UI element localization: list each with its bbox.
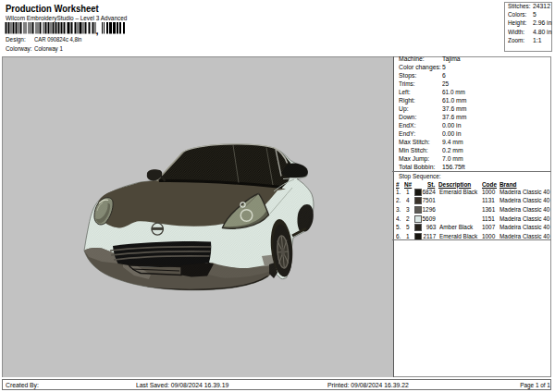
svg-text:,: , xyxy=(96,25,99,36)
